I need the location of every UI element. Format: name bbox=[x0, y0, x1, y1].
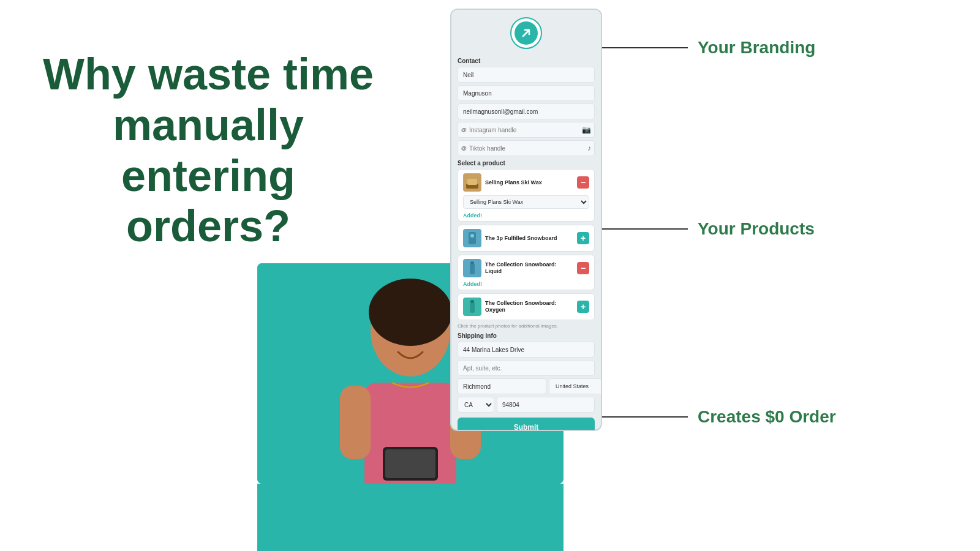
svg-rect-18 bbox=[470, 302, 475, 313]
product-name-3: The Collection Snowboard: Liquid bbox=[485, 261, 573, 275]
tiktok-field-wrapper: @ ♪ bbox=[458, 140, 595, 156]
svg-rect-19 bbox=[470, 300, 474, 303]
shipping-label: Shipping info bbox=[458, 332, 595, 339]
svg-rect-15 bbox=[470, 263, 475, 274]
tiktok-input[interactable] bbox=[458, 140, 595, 156]
products-section: Select a product Selling Plans Ski Wax − bbox=[451, 160, 601, 329]
headline: Why waste time manually entering orders? bbox=[37, 49, 380, 252]
svg-rect-16 bbox=[470, 261, 474, 264]
product-card-3: The Collection Snowboard: Liquid − Added… bbox=[458, 255, 595, 290]
product-thumb-3[interactable] bbox=[463, 259, 481, 277]
address2-input[interactable] bbox=[458, 360, 595, 376]
city-country-row: United States Canada United Kingdom bbox=[458, 378, 595, 394]
contact-section: Contact @ 📷 @ ♪ bbox=[451, 58, 601, 156]
svg-rect-10 bbox=[467, 179, 477, 185]
product-row-4: The Collection Snowboard: Oxygen + bbox=[458, 294, 594, 320]
state-zip-row: CA NY TX bbox=[458, 397, 595, 413]
product-add-btn-2[interactable]: + bbox=[577, 232, 589, 244]
zip-input[interactable] bbox=[497, 397, 595, 413]
submit-button[interactable]: Submit bbox=[458, 418, 595, 430]
at-symbol-instagram: @ bbox=[461, 127, 467, 133]
form-container: Contact @ 📷 @ ♪ Select a product bbox=[451, 10, 601, 430]
teal-bottom-decoration bbox=[257, 484, 564, 551]
annotation-products: Your Products bbox=[602, 219, 815, 239]
product-thumb-4[interactable] bbox=[463, 298, 481, 316]
product-thumb-1[interactable] bbox=[463, 173, 481, 192]
click-hint-text: Click the product photos for additional … bbox=[458, 323, 595, 329]
instagram-icon: 📷 bbox=[582, 126, 591, 134]
product-row-3: The Collection Snowboard: Liquid − bbox=[458, 255, 594, 281]
select-product-label: Select a product bbox=[458, 160, 595, 167]
annotation-order: Creates $0 Order bbox=[602, 407, 836, 427]
annotation-label-branding: Your Branding bbox=[698, 38, 815, 58]
svg-rect-4 bbox=[340, 386, 371, 459]
svg-point-2 bbox=[369, 279, 452, 346]
product-row-2: The 3p Fulfilled Snowboard + bbox=[458, 225, 594, 251]
added-label-3: Added! bbox=[458, 281, 594, 290]
annotation-line-branding bbox=[602, 47, 688, 48]
annotation-line-products bbox=[602, 228, 688, 230]
product-row-1: Selling Plans Ski Wax − bbox=[458, 170, 594, 195]
at-symbol-tiktok: @ bbox=[461, 145, 467, 151]
product-remove-btn-3[interactable]: − bbox=[577, 262, 589, 274]
first-name-input[interactable] bbox=[458, 67, 595, 83]
annotation-line-order bbox=[602, 416, 688, 418]
product-remove-btn-1[interactable]: − bbox=[577, 176, 589, 189]
phone-form-mockup: Contact @ 📷 @ ♪ Select a product bbox=[450, 9, 602, 431]
address1-input[interactable] bbox=[458, 342, 595, 358]
annotation-label-order: Creates $0 Order bbox=[698, 407, 836, 427]
tiktok-icon: ♪ bbox=[587, 144, 591, 152]
instagram-field-wrapper: @ 📷 bbox=[458, 122, 595, 138]
product-variant-select-1[interactable]: Selling Plans Ski Wax bbox=[463, 195, 589, 209]
product-select-row-1: Selling Plans Ski Wax bbox=[458, 195, 594, 212]
svg-point-13 bbox=[470, 234, 474, 238]
last-name-input[interactable] bbox=[458, 85, 595, 101]
product-name-4: The Collection Snowboard: Oxygen bbox=[485, 300, 573, 313]
annotation-label-products: Your Products bbox=[698, 219, 815, 239]
headline-text: Why waste time manually entering orders? bbox=[37, 49, 380, 252]
product-card-1: Selling Plans Ski Wax − Selling Plans Sk… bbox=[458, 169, 595, 222]
city-input[interactable] bbox=[458, 378, 546, 394]
email-input[interactable] bbox=[458, 103, 595, 119]
brand-logo bbox=[510, 17, 542, 49]
logo-inner bbox=[514, 21, 538, 45]
product-name-1: Selling Plans Ski Wax bbox=[485, 179, 573, 186]
product-card-4: The Collection Snowboard: Oxygen + bbox=[458, 293, 595, 320]
product-name-2: The 3p Fulfilled Snowboard bbox=[485, 235, 573, 242]
country-select[interactable]: United States Canada United Kingdom bbox=[549, 378, 601, 394]
state-select[interactable]: CA NY TX bbox=[458, 397, 494, 413]
annotation-branding: Your Branding bbox=[602, 38, 815, 58]
instagram-input[interactable] bbox=[458, 122, 595, 138]
svg-rect-7 bbox=[385, 449, 435, 478]
product-add-btn-4[interactable]: + bbox=[577, 301, 589, 313]
added-label-1: Added! bbox=[458, 212, 594, 221]
product-thumb-2[interactable] bbox=[463, 229, 481, 247]
contact-label: Contact bbox=[458, 58, 595, 64]
logo-area bbox=[451, 10, 601, 54]
product-card-2: The 3p Fulfilled Snowboard + bbox=[458, 225, 595, 252]
shipping-section: Shipping info United States Canada Unite… bbox=[451, 332, 601, 413]
